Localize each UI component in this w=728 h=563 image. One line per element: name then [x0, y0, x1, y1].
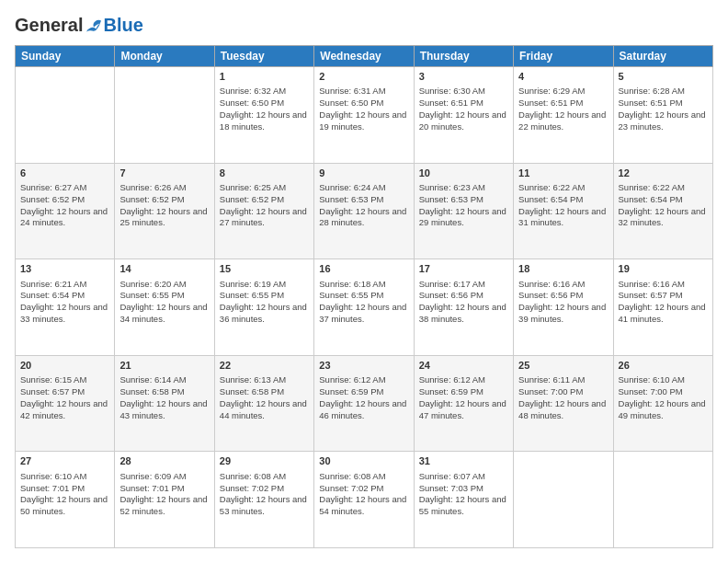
cell-info: Sunrise: 6:07 AMSunset: 7:03 PMDaylight:… [419, 471, 508, 518]
calendar-cell: 9Sunrise: 6:24 AMSunset: 6:53 PMDaylight… [314, 163, 414, 259]
day-number: 23 [319, 359, 408, 373]
calendar-cell: 25Sunrise: 6:11 AMSunset: 7:00 PMDayligh… [514, 355, 613, 452]
cell-info: Sunrise: 6:10 AMSunset: 7:00 PMDaylight:… [619, 374, 708, 421]
calendar-cell: 30Sunrise: 6:08 AMSunset: 7:02 PMDayligh… [314, 452, 414, 548]
logo-blue-text: Blue [103, 15, 142, 36]
cell-info: Sunrise: 6:09 AMSunset: 7:01 PMDaylight:… [119, 471, 209, 518]
calendar-cell: 6Sunrise: 6:27 AMSunset: 6:52 PMDaylight… [16, 163, 115, 259]
cell-info: Sunrise: 6:29 AMSunset: 6:51 PMDaylight:… [518, 86, 608, 132]
day-number: 3 [419, 70, 508, 84]
cell-info: Sunrise: 6:32 AMSunset: 6:50 PMDaylight:… [220, 86, 309, 132]
calendar-cell: 8Sunrise: 6:25 AMSunset: 6:52 PMDaylight… [214, 163, 313, 259]
day-number: 14 [119, 262, 209, 276]
cell-info: Sunrise: 6:27 AMSunset: 6:52 PMDaylight:… [20, 182, 109, 229]
day-number: 10 [419, 167, 508, 180]
day-number: 2 [319, 70, 408, 84]
calendar-cell: 21Sunrise: 6:14 AMSunset: 6:58 PMDayligh… [115, 355, 214, 452]
day-number: 31 [419, 454, 508, 468]
calendar-cell: 24Sunrise: 6:12 AMSunset: 6:59 PMDayligh… [414, 355, 513, 452]
day-number: 11 [518, 167, 608, 180]
calendar-cell: 7Sunrise: 6:26 AMSunset: 6:52 PMDaylight… [115, 163, 214, 259]
day-number: 25 [518, 359, 608, 373]
day-header-friday: Friday [514, 46, 613, 67]
calendar-week-row: 27Sunrise: 6:10 AMSunset: 7:01 PMDayligh… [16, 452, 713, 548]
cell-info: Sunrise: 6:28 AMSunset: 6:51 PMDaylight:… [619, 86, 708, 132]
day-header-wednesday: Wednesday [314, 46, 414, 67]
cell-info: Sunrise: 6:12 AMSunset: 6:59 PMDaylight:… [319, 374, 408, 421]
calendar-cell: 5Sunrise: 6:28 AMSunset: 6:51 PMDaylight… [613, 67, 712, 164]
calendar-cell [115, 67, 214, 164]
cell-info: Sunrise: 6:26 AMSunset: 6:52 PMDaylight:… [119, 182, 209, 229]
calendar-cell: 14Sunrise: 6:20 AMSunset: 6:55 PMDayligh… [115, 259, 214, 356]
calendar-table: SundayMondayTuesdayWednesdayThursdayFrid… [15, 45, 713, 548]
cell-info: Sunrise: 6:10 AMSunset: 7:01 PMDaylight:… [20, 471, 109, 518]
cell-info: Sunrise: 6:21 AMSunset: 6:54 PMDaylight:… [20, 279, 109, 326]
calendar-week-row: 20Sunrise: 6:15 AMSunset: 6:57 PMDayligh… [16, 355, 713, 452]
day-header-saturday: Saturday [613, 46, 712, 67]
calendar-cell: 22Sunrise: 6:13 AMSunset: 6:58 PMDayligh… [214, 355, 313, 452]
cell-info: Sunrise: 6:25 AMSunset: 6:52 PMDaylight:… [220, 182, 309, 229]
calendar-cell: 12Sunrise: 6:22 AMSunset: 6:54 PMDayligh… [613, 163, 712, 259]
cell-info: Sunrise: 6:08 AMSunset: 7:02 PMDaylight:… [319, 471, 408, 518]
day-number: 28 [119, 454, 209, 468]
day-number: 9 [319, 167, 408, 180]
calendar-cell: 31Sunrise: 6:07 AMSunset: 7:03 PMDayligh… [414, 452, 513, 548]
calendar-header-row: SundayMondayTuesdayWednesdayThursdayFrid… [16, 46, 713, 67]
cell-info: Sunrise: 6:13 AMSunset: 6:58 PMDaylight:… [220, 374, 309, 421]
calendar-cell: 1Sunrise: 6:32 AMSunset: 6:50 PMDaylight… [214, 67, 313, 164]
cell-info: Sunrise: 6:08 AMSunset: 7:02 PMDaylight:… [220, 471, 309, 518]
day-header-sunday: Sunday [16, 46, 115, 67]
day-number: 19 [619, 262, 708, 276]
calendar-cell: 13Sunrise: 6:21 AMSunset: 6:54 PMDayligh… [16, 259, 115, 356]
page-header: General Blue [15, 15, 713, 36]
calendar-cell [514, 452, 613, 548]
day-number: 29 [220, 454, 309, 468]
day-number: 27 [20, 454, 109, 468]
day-number: 21 [119, 359, 209, 373]
logo-bird-icon [85, 18, 103, 33]
cell-info: Sunrise: 6:16 AMSunset: 6:57 PMDaylight:… [619, 279, 708, 326]
cell-info: Sunrise: 6:20 AMSunset: 6:55 PMDaylight:… [119, 279, 209, 326]
calendar-week-row: 6Sunrise: 6:27 AMSunset: 6:52 PMDaylight… [16, 163, 713, 259]
cell-info: Sunrise: 6:14 AMSunset: 6:58 PMDaylight:… [119, 374, 209, 421]
day-number: 26 [619, 359, 708, 373]
cell-info: Sunrise: 6:22 AMSunset: 6:54 PMDaylight:… [518, 182, 608, 229]
day-number: 5 [619, 70, 708, 84]
calendar-cell: 4Sunrise: 6:29 AMSunset: 6:51 PMDaylight… [514, 67, 613, 164]
day-number: 16 [319, 262, 408, 276]
calendar-cell: 15Sunrise: 6:19 AMSunset: 6:55 PMDayligh… [214, 259, 313, 356]
calendar-cell: 27Sunrise: 6:10 AMSunset: 7:01 PMDayligh… [16, 452, 115, 548]
calendar-cell [613, 452, 712, 548]
calendar-cell: 26Sunrise: 6:10 AMSunset: 7:00 PMDayligh… [613, 355, 712, 452]
cell-info: Sunrise: 6:19 AMSunset: 6:55 PMDaylight:… [220, 279, 309, 326]
day-number: 17 [419, 262, 508, 276]
day-number: 22 [220, 359, 309, 373]
day-number: 20 [20, 359, 109, 373]
calendar-cell: 28Sunrise: 6:09 AMSunset: 7:01 PMDayligh… [115, 452, 214, 548]
calendar-cell: 3Sunrise: 6:30 AMSunset: 6:51 PMDaylight… [414, 67, 513, 164]
cell-info: Sunrise: 6:17 AMSunset: 6:56 PMDaylight:… [419, 279, 508, 326]
logo: General Blue [15, 15, 143, 36]
day-number: 24 [419, 359, 508, 373]
calendar-cell: 17Sunrise: 6:17 AMSunset: 6:56 PMDayligh… [414, 259, 513, 356]
calendar-cell: 19Sunrise: 6:16 AMSunset: 6:57 PMDayligh… [613, 259, 712, 356]
calendar-cell: 2Sunrise: 6:31 AMSunset: 6:50 PMDaylight… [314, 67, 414, 164]
day-number: 6 [20, 167, 109, 180]
calendar-cell: 11Sunrise: 6:22 AMSunset: 6:54 PMDayligh… [514, 163, 613, 259]
calendar-week-row: 1Sunrise: 6:32 AMSunset: 6:50 PMDaylight… [16, 67, 713, 164]
calendar-cell: 29Sunrise: 6:08 AMSunset: 7:02 PMDayligh… [214, 452, 313, 548]
logo-general-text: General [15, 15, 83, 36]
day-number: 1 [220, 70, 309, 84]
cell-info: Sunrise: 6:12 AMSunset: 6:59 PMDaylight:… [419, 374, 508, 421]
day-header-thursday: Thursday [414, 46, 513, 67]
calendar-week-row: 13Sunrise: 6:21 AMSunset: 6:54 PMDayligh… [16, 259, 713, 356]
day-number: 15 [220, 262, 309, 276]
calendar-cell: 20Sunrise: 6:15 AMSunset: 6:57 PMDayligh… [16, 355, 115, 452]
cell-info: Sunrise: 6:24 AMSunset: 6:53 PMDaylight:… [319, 182, 408, 229]
day-header-monday: Monday [115, 46, 214, 67]
cell-info: Sunrise: 6:18 AMSunset: 6:55 PMDaylight:… [319, 279, 408, 326]
calendar-cell: 23Sunrise: 6:12 AMSunset: 6:59 PMDayligh… [314, 355, 414, 452]
cell-info: Sunrise: 6:11 AMSunset: 7:00 PMDaylight:… [518, 374, 608, 421]
cell-info: Sunrise: 6:31 AMSunset: 6:50 PMDaylight:… [319, 86, 408, 132]
day-number: 18 [518, 262, 608, 276]
